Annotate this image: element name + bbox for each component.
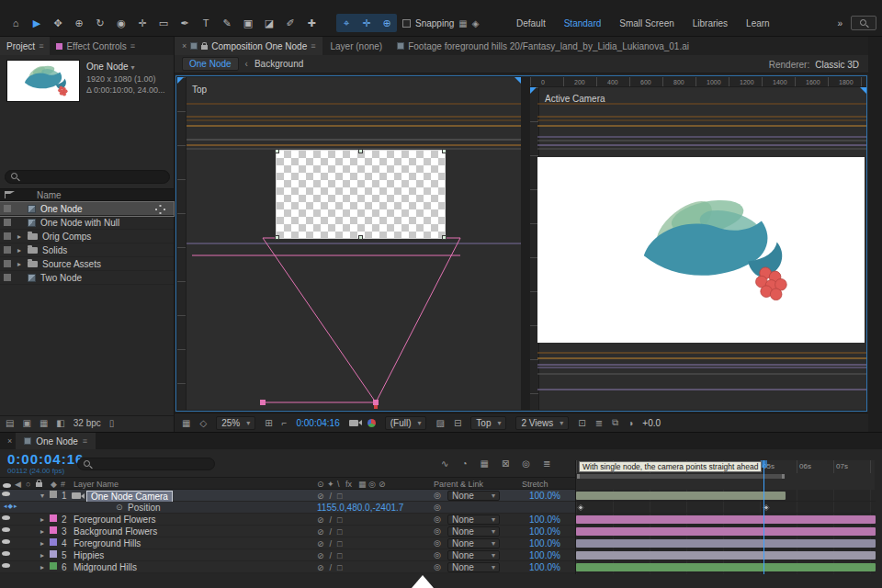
trash-icon[interactable]: ▯ <box>109 418 115 428</box>
layer-name[interactable]: Foreground Flowers <box>74 514 155 525</box>
quality-header-icon[interactable]: \ <box>337 480 340 489</box>
twirl-icon[interactable]: ▸ <box>16 260 23 268</box>
label-swatch[interactable] <box>4 246 11 254</box>
project-item[interactable]: ▸Solids <box>0 243 174 257</box>
project-item[interactable]: ▸Source Assets <box>0 257 174 271</box>
tab-layer[interactable]: Layer (none) <box>322 37 390 55</box>
pick-whip-icon[interactable]: ◎ <box>434 514 441 524</box>
workspace-overflow-icon[interactable]: » <box>837 18 842 28</box>
pick-whip-icon[interactable]: ◎ <box>434 550 441 560</box>
unified-camera-tool[interactable]: ◉ <box>111 14 131 32</box>
label-color-swatch[interactable] <box>50 538 57 546</box>
pick-whip-icon[interactable]: ◎ <box>434 491 441 500</box>
stretch-value[interactable]: 100.0% <box>529 514 560 525</box>
layer-row[interactable]: ▸6Midground Hills⊘/□◎None▾100.0% <box>0 561 575 573</box>
label-swatch[interactable] <box>4 260 11 267</box>
panel-menu-icon[interactable]: ≡ <box>311 41 315 51</box>
tab-project[interactable]: Project ≡ <box>0 37 50 55</box>
rotate-tool[interactable]: ↻ <box>90 14 110 32</box>
quality-switch[interactable]: / <box>330 539 333 548</box>
reset-exposure-icon[interactable]: ◑ <box>628 418 633 428</box>
camera-marker[interactable] <box>374 405 378 409</box>
world-axis-mode[interactable]: ✛ <box>356 14 377 32</box>
parent-link-header[interactable]: Parent & Link <box>434 480 483 489</box>
timecode[interactable]: 0:00:04:16 <box>7 451 84 467</box>
layer-name[interactable]: Foreground Hills <box>74 538 141 548</box>
keyframe-diamond[interactable] <box>577 503 583 510</box>
twirl-icon[interactable]: ▸ <box>40 563 44 571</box>
eye-toggle[interactable] <box>2 562 12 572</box>
3d-view-dropdown[interactable]: Top ▾ <box>470 416 506 430</box>
mini-flowchart-icon[interactable]: ∿ <box>441 458 448 469</box>
workspace-learn[interactable]: Learn <box>746 18 770 28</box>
label-swatch[interactable] <box>4 219 11 226</box>
label-color-swatch[interactable] <box>50 514 57 522</box>
name-column-header[interactable]: Name <box>37 190 62 200</box>
layer-duration-bar[interactable] <box>576 551 876 560</box>
layer-row[interactable]: ▸5Hippies⊘/□◎None▾100.0% <box>0 549 575 561</box>
frame-blend-icon[interactable]: ⊠ <box>502 458 509 469</box>
frame-blend-header-icon[interactable]: ▦ <box>358 480 367 489</box>
label-swatch[interactable] <box>4 232 11 240</box>
shy-switch[interactable]: ⊘ <box>317 527 324 537</box>
workspace-libraries[interactable]: Libraries <box>693 18 728 28</box>
parent-dropdown[interactable]: None▾ <box>447 550 500 560</box>
stretch-header[interactable]: Stretch <box>522 480 548 489</box>
stretch-value[interactable]: 100.0% <box>529 550 560 560</box>
pick-whip-icon[interactable]: ◎ <box>434 526 441 536</box>
tab-footage[interactable]: Footage foreground hills 20/Fantasy_land… <box>390 37 696 55</box>
threed-switch[interactable]: □ <box>337 551 342 560</box>
workspace-search-button[interactable] <box>851 16 876 30</box>
layer-duration-bar[interactable] <box>576 539 876 548</box>
layer-row[interactable]: ▾1One Node Camera⊘/□◎None▾100.0% <box>0 490 575 502</box>
quality-switch[interactable]: / <box>330 563 333 572</box>
label-swatch[interactable] <box>4 205 11 212</box>
work-area-bar[interactable] <box>577 474 785 479</box>
lock-icon[interactable] <box>201 45 208 50</box>
view-axis-mode[interactable]: ⊕ <box>377 14 397 32</box>
twirl-icon[interactable]: ▸ <box>40 539 44 548</box>
motion-blur-icon[interactable]: ◎ <box>522 458 530 469</box>
layer-switches[interactable]: ⊘/□ <box>317 562 381 572</box>
pick-whip-icon[interactable]: ◎ <box>434 562 441 571</box>
parent-dropdown[interactable]: None▾ <box>447 526 500 537</box>
snapping-control[interactable]: Snapping ▦ ◈ <box>402 14 479 32</box>
layer-name[interactable]: Hippies <box>74 550 104 560</box>
view-active-camera[interactable]: 020040060080010001200140016001800 Active… <box>530 77 866 410</box>
exposure-value[interactable]: +0.0 <box>642 418 661 428</box>
camera-body-handle[interactable] <box>373 400 379 405</box>
layer-switches[interactable]: ⊘/□ <box>317 491 381 501</box>
layer-handle[interactable] <box>275 149 279 153</box>
motion-blur-header-icon[interactable]: ◎ <box>368 480 376 489</box>
layer-name[interactable]: Background Flowers <box>74 526 157 537</box>
new-composition-icon[interactable]: ▦ <box>40 418 48 428</box>
shy-header-icon[interactable]: ⊙ <box>317 480 324 489</box>
threed-switch[interactable]: □ <box>337 527 342 537</box>
selection-tool[interactable]: ▶ <box>27 14 47 32</box>
stretch-value[interactable]: 100.0% <box>529 562 560 572</box>
property-row[interactable]: ◂◆▸⊙Position1155.0,480.0,-2401.7◎ <box>0 502 575 514</box>
eye-toggle[interactable] <box>2 538 12 548</box>
shy-switch[interactable]: ⊘ <box>317 551 324 560</box>
twirl-icon[interactable]: ▸ <box>16 246 23 254</box>
camera-point-handle[interactable] <box>260 400 266 405</box>
transparent-layer-plane[interactable] <box>277 151 445 238</box>
threed-switch[interactable]: □ <box>337 492 342 501</box>
panel-menu-icon[interactable]: ≡ <box>39 41 43 51</box>
label-color-swatch[interactable] <box>50 526 57 534</box>
current-time-indicator[interactable] <box>763 460 764 574</box>
view-divider[interactable] <box>521 77 530 410</box>
project-item[interactable]: One Node <box>0 202 174 216</box>
quality-switch[interactable]: / <box>330 551 333 560</box>
renderer-control[interactable]: Renderer: Classic 3D <box>769 55 859 74</box>
snap-option-icon-2[interactable]: ◈ <box>472 18 480 28</box>
puppet-pin-tool[interactable]: ✚ <box>301 14 322 32</box>
workspace-default[interactable]: Default <box>516 18 546 28</box>
label-swatch[interactable] <box>4 274 11 281</box>
quality-switch[interactable]: / <box>330 515 333 525</box>
layer-switches[interactable]: ⊘/□ <box>317 526 381 537</box>
tab-effect-controls[interactable]: Effect Controls ≡ <box>50 37 141 55</box>
parent-dropdown[interactable]: None▾ <box>447 514 500 525</box>
pen-tool[interactable]: ✒ <box>175 14 195 32</box>
layer-name-header[interactable]: Layer Name <box>74 480 119 489</box>
